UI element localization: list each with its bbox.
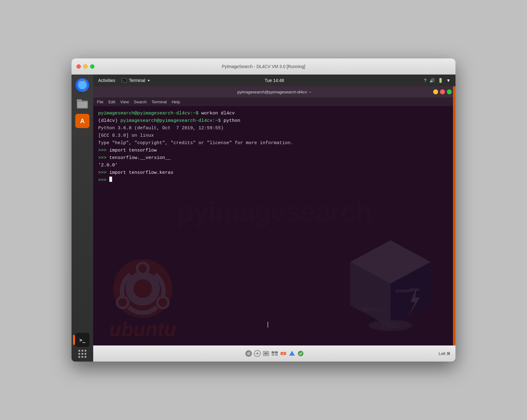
svg-rect-35 bbox=[275, 351, 278, 354]
firefox-icon bbox=[75, 78, 89, 92]
gnome-activities-button[interactable]: Activities bbox=[98, 78, 115, 83]
taskbar-icon-4[interactable] bbox=[271, 350, 278, 357]
main-window: PyImageSearch - DL4CV VM 3.0 [Running] bbox=[72, 58, 455, 362]
taskbar-icon-1[interactable] bbox=[245, 350, 252, 357]
appcenter-icon: A bbox=[75, 114, 89, 128]
gnome-terminal-label: Terminal bbox=[129, 78, 145, 83]
terminal-menu-file[interactable]: File bbox=[97, 100, 103, 104]
terminal-line-2: (dl4cv) pyimagesearch@pyimagesearch-dl4c… bbox=[98, 117, 451, 125]
right-scrollbar[interactable] bbox=[453, 86, 455, 345]
active-indicator bbox=[73, 335, 75, 345]
window-title: PyImageSearch - DL4CV VM 3.0 [Running] bbox=[222, 64, 305, 69]
vm-area: Activities >_ Terminal ▼ Tue 14:48 ? 🔊 bbox=[93, 75, 455, 362]
svg-point-28 bbox=[247, 352, 250, 355]
terminal-window-controls bbox=[433, 89, 452, 94]
gnome-clock: Tue 14:48 bbox=[265, 78, 284, 83]
taskbar-icon-6[interactable] bbox=[288, 350, 296, 357]
volume-icon: 🔊 bbox=[429, 78, 435, 83]
terminal-line-10: >>> bbox=[98, 177, 451, 184]
terminal-maximize-button[interactable] bbox=[447, 89, 452, 94]
svg-rect-4 bbox=[77, 99, 82, 102]
terminal-line-4: [GCC 8.3.0] on linux bbox=[98, 132, 451, 139]
maximize-button[interactable] bbox=[90, 64, 94, 69]
terminal-app-icon: >_ bbox=[75, 333, 89, 347]
taskbar-icon-5[interactable]: U bbox=[280, 350, 287, 357]
show-applications-button[interactable] bbox=[78, 350, 86, 358]
svg-rect-5 bbox=[77, 102, 87, 108]
terminal-title: pyimagesearch@pyimagesearch-dl4cv: ~ bbox=[237, 90, 311, 94]
gnome-top-bar: Activities >_ Terminal ▼ Tue 14:48 ? 🔊 bbox=[93, 75, 455, 86]
main-content: A >_ bbox=[72, 75, 455, 362]
terminal-line-3: Python 3.6.8 (default, Oct 7 2019, 12:59… bbox=[98, 125, 451, 132]
terminal-line-8: '2.0.0' bbox=[98, 162, 451, 169]
svg-point-41 bbox=[298, 351, 303, 356]
terminal-line-7: >>> tensorflow.__version__ bbox=[98, 154, 451, 162]
taskbar-icon-2[interactable] bbox=[254, 350, 261, 357]
terminal-cursor bbox=[109, 177, 112, 182]
sidebar-item-terminal[interactable]: >_ bbox=[74, 332, 90, 348]
system-menu-arrow[interactable]: ▼ bbox=[446, 78, 451, 83]
svg-text:A: A bbox=[80, 118, 85, 124]
traffic-lights bbox=[76, 64, 94, 69]
taskbar-right: Left ⌘ bbox=[439, 351, 451, 356]
mouse-cursor: | bbox=[267, 321, 271, 327]
gnome-terminal-button[interactable]: >_ Terminal ▼ bbox=[121, 78, 150, 83]
svg-rect-36 bbox=[272, 354, 274, 356]
help-icon: ? bbox=[424, 78, 426, 83]
terminal-menu-terminal[interactable]: Terminal bbox=[152, 100, 167, 104]
battery-icon: 🔋 bbox=[438, 78, 443, 83]
files-icon bbox=[76, 96, 89, 110]
gnome-terminal-icon: >_ bbox=[121, 78, 127, 83]
sidebar: A >_ bbox=[72, 75, 93, 362]
gnome-terminal-dropdown-icon: ▼ bbox=[147, 79, 150, 82]
terminal-line-9: >>> import tensorflow.keras bbox=[98, 169, 451, 177]
terminal-close-button[interactable] bbox=[440, 89, 445, 94]
terminal-line-5: Type "help", "copyright", "credits" or "… bbox=[98, 139, 451, 147]
taskbar-center-icons: U bbox=[245, 350, 304, 357]
svg-rect-37 bbox=[275, 354, 278, 356]
sidebar-item-files[interactable] bbox=[74, 95, 90, 111]
terminal-minimize-button[interactable] bbox=[433, 89, 438, 94]
sidebar-item-appcenter[interactable]: A bbox=[74, 113, 90, 129]
terminal-body[interactable]: pyimagesearch@pyimagesearch-dl4cv:~$ wor… bbox=[93, 106, 455, 345]
terminal-line-6: >>> import tensorflow bbox=[98, 147, 451, 154]
svg-text:>_: >_ bbox=[123, 79, 125, 82]
taskbar-icon-3[interactable] bbox=[262, 350, 270, 357]
close-button[interactable] bbox=[76, 64, 81, 69]
bottom-taskbar: U Left bbox=[93, 345, 455, 362]
gnome-right-icons: ? 🔊 🔋 ▼ bbox=[424, 78, 451, 83]
terminal-menu-view[interactable]: View bbox=[120, 100, 129, 104]
taskbar-keyboard-layout: Left ⌘ bbox=[439, 351, 451, 356]
terminal-menu-edit[interactable]: Edit bbox=[108, 100, 115, 104]
svg-text:U: U bbox=[282, 353, 284, 355]
sidebar-item-firefox[interactable] bbox=[74, 77, 90, 93]
terminal-menubar: File Edit View Search Terminal Help bbox=[93, 97, 455, 106]
desktop: pyimagesearch be awesome at building ima… bbox=[93, 86, 455, 345]
terminal-line-1: pyimagesearch@pyimagesearch-dl4cv:~$ wor… bbox=[98, 110, 451, 117]
terminal-menu-search[interactable]: Search bbox=[134, 100, 146, 104]
taskbar-icon-7[interactable] bbox=[297, 350, 304, 357]
minimize-button[interactable] bbox=[83, 64, 88, 69]
terminal-window: pyimagesearch@pyimagesearch-dl4cv: ~ Fil… bbox=[93, 86, 455, 345]
terminal-titlebar: pyimagesearch@pyimagesearch-dl4cv: ~ bbox=[93, 86, 455, 97]
title-bar: PyImageSearch - DL4CV VM 3.0 [Running] bbox=[72, 58, 455, 75]
svg-rect-34 bbox=[272, 351, 274, 354]
svg-marker-40 bbox=[289, 351, 295, 356]
svg-rect-33 bbox=[264, 352, 268, 355]
terminal-menu-help[interactable]: Help bbox=[172, 100, 180, 104]
